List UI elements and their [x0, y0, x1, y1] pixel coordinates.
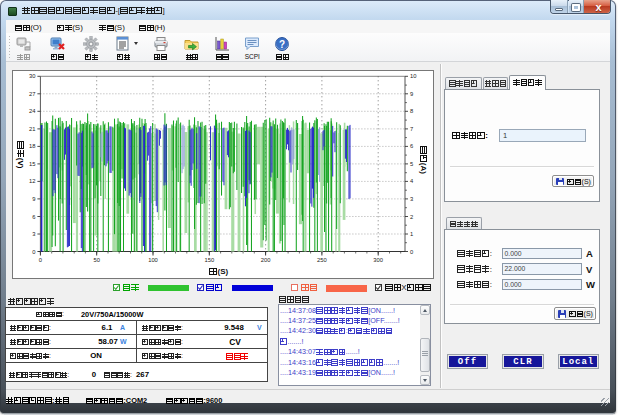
svg-text:15: 15 — [29, 161, 35, 167]
svg-text:5: 5 — [410, 161, 413, 167]
svg-text:9: 9 — [32, 196, 35, 202]
svg-text:150: 150 — [204, 257, 214, 263]
svg-text:100: 100 — [148, 257, 158, 263]
svg-text:6: 6 — [410, 143, 413, 149]
svg-text:8: 8 — [410, 108, 413, 114]
svg-text:12: 12 — [29, 178, 35, 184]
svg-text:9: 9 — [410, 91, 413, 97]
svg-text:24: 24 — [29, 108, 36, 114]
svg-text:18: 18 — [29, 143, 35, 149]
svg-text:27: 27 — [29, 91, 35, 97]
svg-text:0: 0 — [32, 249, 35, 255]
svg-text:300: 300 — [373, 257, 383, 263]
svg-text:0: 0 — [39, 257, 42, 263]
svg-text:2: 2 — [410, 214, 413, 220]
svg-text:3: 3 — [410, 196, 413, 202]
svg-text:?: ? — [279, 39, 285, 50]
svg-text:21: 21 — [29, 126, 35, 132]
svg-text:50: 50 — [93, 257, 99, 263]
svg-text:250: 250 — [317, 257, 327, 263]
svg-text:6: 6 — [32, 214, 35, 220]
svg-text:0: 0 — [410, 249, 413, 255]
svg-text:30: 30 — [29, 73, 35, 79]
svg-text:3: 3 — [32, 231, 35, 237]
svg-text:7: 7 — [410, 126, 413, 132]
svg-text:200: 200 — [261, 257, 271, 263]
svg-text:1: 1 — [410, 231, 413, 237]
svg-text:10: 10 — [410, 73, 416, 79]
